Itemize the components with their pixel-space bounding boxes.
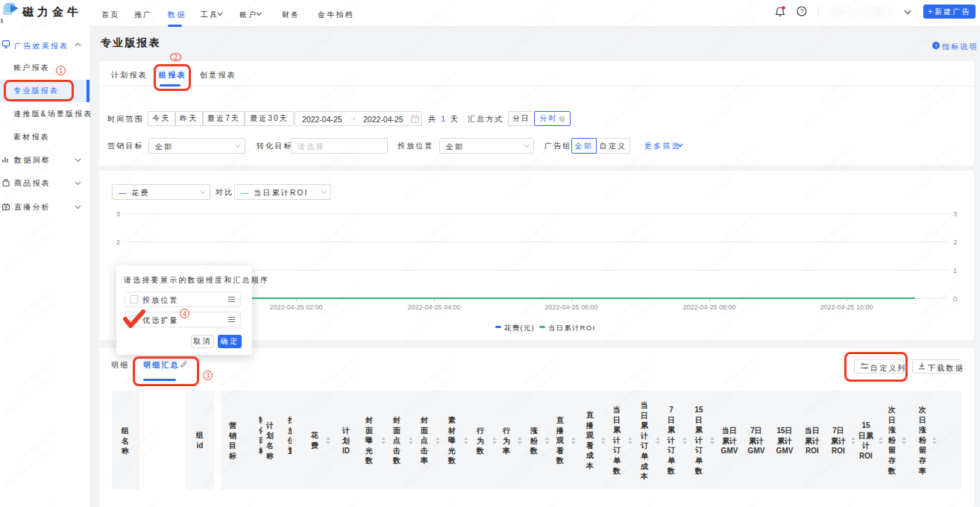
svg-text:?: ? — [560, 116, 563, 121]
svg-text:?: ? — [935, 43, 937, 48]
svg-text:?: ? — [800, 7, 804, 15]
